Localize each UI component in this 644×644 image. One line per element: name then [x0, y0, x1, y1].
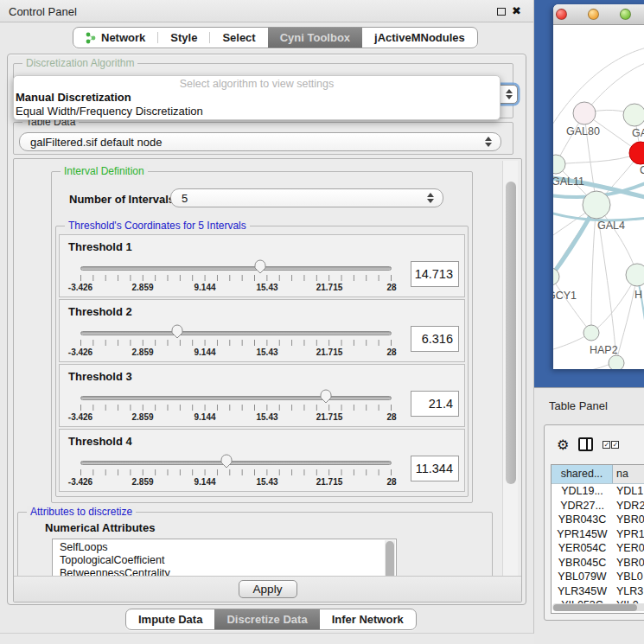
- network-node[interactable]: [623, 104, 644, 126]
- threshold-value-field[interactable]: 6.316: [411, 326, 459, 352]
- thresholds-group: Threshold's Coordinates for 5 Intervals …: [55, 226, 469, 497]
- list-item[interactable]: BetweennessCentrality: [60, 567, 396, 576]
- interval-definition-group: Interval Definition Number of Intervals …: [51, 171, 473, 503]
- table-row[interactable]: YDL19...YDL1: [552, 484, 644, 499]
- network-node[interactable]: [553, 155, 565, 174]
- threshold-row: Threshold 1 -3.426 2.859: [59, 234, 465, 297]
- network-node[interactable]: [626, 264, 644, 286]
- slider-ticks: [80, 275, 392, 281]
- slider-track[interactable]: [80, 461, 392, 465]
- slider-thumb[interactable]: [220, 454, 233, 469]
- threshold-value-field[interactable]: 14.713: [411, 261, 459, 287]
- slider-thumb[interactable]: [253, 259, 266, 274]
- group-title: Discretization Algorithm: [22, 57, 137, 69]
- scrollbar-thumb[interactable]: [553, 604, 637, 611]
- list-scrollbar[interactable]: [385, 540, 395, 576]
- apply-button[interactable]: Apply: [239, 580, 297, 598]
- network-node[interactable]: [583, 325, 599, 341]
- network-node-label: GCY1: [553, 290, 577, 302]
- slider-thumb[interactable]: [320, 389, 333, 404]
- combo-arrows-icon: [427, 193, 434, 203]
- panel-title: Control Panel: [9, 5, 77, 18]
- network-node[interactable]: [583, 191, 610, 219]
- tab-jactivemnodules[interactable]: jActiveMNodules: [362, 28, 477, 48]
- numerical-attributes-label: Numerical Attributes: [45, 521, 155, 534]
- network-window: GAL80GACGAL11GAL4GCY1HHAP2: [553, 4, 644, 369]
- table-row[interactable]: YBL079WYBL0: [552, 570, 644, 584]
- dropdown-prompt[interactable]: Select algorithm to view settings: [14, 78, 500, 91]
- table-panel-title: Table Panel: [549, 399, 608, 412]
- table-header: shared... na: [552, 465, 644, 484]
- cyni-toolbox-content: Discretization Algorithm Select algorith…: [7, 54, 526, 605]
- table-row[interactable]: YLR345WYLR3: [552, 584, 644, 599]
- table-row[interactable]: YBR045CYBR0: [552, 556, 644, 571]
- network-view[interactable]: GAL80GACGAL11GAL4GCY1HHAP2: [553, 25, 644, 369]
- numerical-attributes-list[interactable]: SelfLoops TopologicalCoefficient Between…: [52, 539, 397, 576]
- combo-arrows-icon: [506, 89, 513, 99]
- top-tab-bar: Network Style Select Cyni Toolbox jActiv…: [73, 27, 478, 48]
- apply-row: Apply: [14, 576, 521, 602]
- slider-track[interactable]: [80, 396, 392, 400]
- number-of-intervals-combobox[interactable]: 5: [170, 188, 443, 207]
- list-item[interactable]: SelfLoops: [60, 541, 396, 554]
- dropdown-item-equal-width[interactable]: Equal Width/Frequency Discretization: [14, 105, 500, 118]
- threshold-slider[interactable]: -3.426 2.859 9.144 15.43 21.715 28: [80, 322, 392, 360]
- tab-discretize-data[interactable]: Discretize Data: [214, 609, 319, 629]
- minimize-traffic-light-icon[interactable]: [588, 9, 599, 20]
- group-title: Attributes to discretize: [27, 506, 136, 518]
- network-nodes: GAL80GACGAL11GAL4GCY1HHAP2: [553, 102, 644, 369]
- table-row[interactable]: YBR043CYBR0: [552, 513, 644, 527]
- gear-icon[interactable]: ⚙: [557, 437, 569, 453]
- table-horizontal-scrollbar[interactable]: [552, 603, 644, 611]
- tab-select[interactable]: Select: [210, 28, 267, 48]
- columns-icon[interactable]: [578, 437, 593, 451]
- scrollbar-thumb[interactable]: [506, 182, 516, 484]
- close-traffic-light-icon[interactable]: [556, 9, 567, 20]
- slider-ticks: [80, 469, 392, 475]
- group-title: Threshold's Coordinates for 5 Intervals: [65, 220, 250, 232]
- table-row[interactable]: YER054CYER0: [552, 541, 644, 556]
- threshold-slider[interactable]: -3.426 2.859 9.144 15.43 21.715 28: [80, 452, 392, 490]
- tab-style[interactable]: Style: [158, 28, 209, 48]
- table-panel: Table Panel ⚙ ✓✓ shared... na YDL19...YD…: [534, 387, 644, 644]
- settings-scrollbar[interactable]: [502, 161, 518, 576]
- node-table[interactable]: shared... na YDL19...YDL1 YDR27...YDR2 Y…: [551, 464, 644, 614]
- tab-cyni-toolbox[interactable]: Cyni Toolbox: [268, 28, 362, 48]
- network-node-label: C: [640, 164, 644, 176]
- network-node[interactable]: [609, 355, 624, 369]
- table-row[interactable]: YDR27...YDR2: [552, 499, 644, 513]
- network-node[interactable]: [553, 268, 559, 285]
- threshold-value-field[interactable]: 11.344: [411, 456, 459, 481]
- column-header-name[interactable]: na: [613, 465, 644, 483]
- threshold-slider[interactable]: -3.426 2.859 9.144 15.43 21.715 28: [80, 387, 392, 425]
- dropdown-item-manual[interactable]: Manual Discretization: [14, 91, 500, 105]
- threshold-slider[interactable]: -3.426 2.859 9.144 15.43 21.715 28: [80, 258, 392, 296]
- select-columns-icon[interactable]: ✓✓: [603, 441, 619, 449]
- close-icon[interactable]: ✖: [512, 4, 521, 18]
- table-row[interactable]: YPR145WYPR1: [552, 527, 644, 542]
- bottom-tab-bar: Impute Data Discretize Data Infer Networ…: [125, 609, 417, 630]
- network-node-label: HAP2: [590, 344, 618, 356]
- threshold-row: Threshold 3 -3.426 2.859: [59, 364, 465, 427]
- control-panel-titlebar: Control Panel ✖: [0, 0, 533, 22]
- settings-viewport: Interval Definition Number of Intervals …: [16, 161, 494, 576]
- network-node-label: GAL11: [553, 175, 584, 188]
- slider-track[interactable]: [80, 331, 392, 335]
- algorithm-dropdown-popup: Select algorithm to view settings Manual…: [13, 75, 501, 120]
- table-data-combobox[interactable]: galFiltered.sif default node: [19, 132, 501, 151]
- float-window-icon[interactable]: [497, 8, 506, 16]
- slider-ticks: [80, 340, 392, 346]
- tab-impute-data[interactable]: Impute Data: [126, 609, 214, 629]
- network-node[interactable]: [629, 142, 644, 164]
- slider-track[interactable]: [80, 266, 392, 271]
- column-header-shared-name[interactable]: shared...: [552, 465, 613, 483]
- network-node[interactable]: [573, 102, 596, 124]
- zoom-traffic-light-icon[interactable]: [620, 9, 631, 20]
- table-data-value: galFiltered.sif default node: [20, 136, 485, 149]
- list-item[interactable]: TopologicalCoefficient: [60, 554, 396, 567]
- threshold-row: Threshold 4 -3.426 2.859: [59, 429, 465, 492]
- slider-thumb[interactable]: [170, 324, 183, 339]
- tab-infer-network[interactable]: Infer Network: [320, 609, 416, 629]
- threshold-value-field[interactable]: 21.4: [411, 391, 459, 417]
- tab-network[interactable]: Network: [73, 28, 157, 48]
